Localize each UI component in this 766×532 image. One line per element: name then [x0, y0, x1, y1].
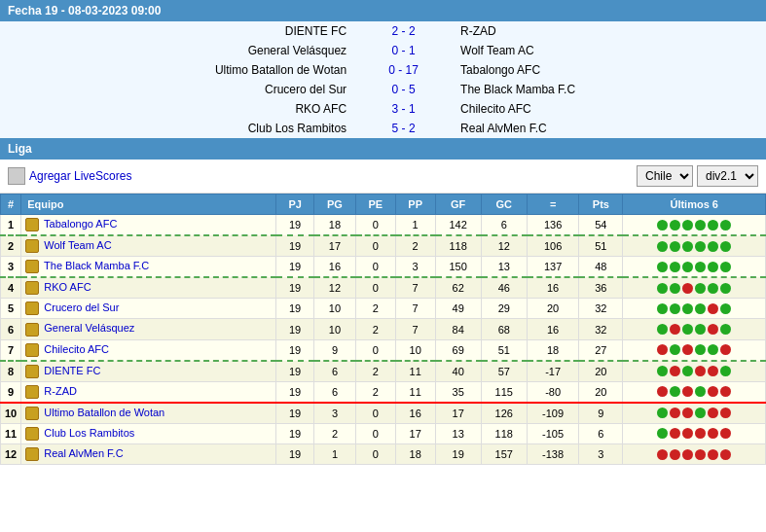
col-pg: PG	[313, 195, 355, 215]
rank-cell: 10	[1, 403, 21, 424]
last6-cell	[623, 381, 766, 403]
result-dot	[695, 324, 706, 335]
result-dot	[657, 303, 668, 314]
result-dot	[695, 241, 706, 252]
pts-cell: 20	[579, 381, 623, 403]
team-cell: Chilecito AFC	[21, 339, 276, 361]
result-dot	[682, 262, 693, 272]
team-icon	[25, 447, 39, 461]
pp-cell: 10	[395, 339, 435, 361]
team-link[interactable]: Wolf Team AC	[44, 239, 111, 251]
result-dot	[682, 303, 693, 314]
result-dot	[657, 386, 668, 397]
result-dot	[670, 366, 680, 376]
gf-cell: 69	[435, 339, 481, 361]
gc-cell: 115	[481, 381, 527, 403]
team-link[interactable]: Club Los Rambitos	[44, 427, 134, 439]
add-livescores-btn[interactable]: Agregar LiveScores	[8, 167, 131, 185]
team-link[interactable]: Ultimo Batallon de Wotan	[44, 407, 164, 418]
diff-cell: 106	[527, 235, 578, 257]
result-dot	[670, 344, 680, 355]
match-score[interactable]: 0 - 17	[352, 60, 455, 80]
pe-cell: 0	[355, 444, 395, 465]
gf-cell: 142	[435, 215, 481, 236]
pts-cell: 20	[579, 361, 623, 382]
selects-group: Chile div2.1	[637, 165, 758, 187]
rank-cell: 11	[1, 423, 21, 443]
match-score[interactable]: 0 - 5	[352, 80, 455, 99]
team-link[interactable]: The Black Mamba F.C	[44, 260, 149, 271]
team-link[interactable]: General Velásquez	[44, 322, 134, 334]
table-row: 1 Tabalongo AFC 19 18 0 1 142 6 136 54	[1, 215, 766, 236]
rank-cell: 4	[1, 277, 21, 299]
pj-cell: 19	[276, 403, 314, 424]
result-dot	[670, 428, 680, 439]
pe-cell: 2	[355, 319, 395, 339]
team-link[interactable]: R-ZAD	[44, 385, 77, 397]
result-dot	[708, 283, 718, 294]
rank-cell: 5	[1, 299, 21, 319]
country-select[interactable]: Chile	[637, 165, 693, 187]
match-score[interactable]: 0 - 1	[352, 41, 455, 60]
pts-cell: 27	[579, 339, 623, 361]
result-dot	[657, 283, 668, 294]
division-select[interactable]: div2.1	[697, 165, 758, 187]
result-dot	[657, 220, 668, 231]
pp-cell: 18	[395, 444, 435, 465]
team-cell: Wolf Team AC	[21, 235, 276, 257]
diff-cell: -17	[527, 361, 578, 382]
match-score[interactable]: 3 - 1	[352, 99, 455, 119]
last6-cell	[623, 403, 766, 424]
pp-cell: 11	[395, 361, 435, 382]
result-dot	[657, 344, 668, 355]
pts-cell: 32	[579, 299, 623, 319]
result-dot	[695, 449, 706, 460]
matches-table: DIENTE FC 2 - 2 R-ZAD General Velásquez …	[0, 21, 766, 138]
col-diff: =	[527, 195, 578, 215]
controls-row: Agregar LiveScores Chile div2.1	[0, 160, 766, 194]
team-icon	[25, 239, 39, 253]
result-dot	[657, 241, 668, 252]
team-link[interactable]: Chilecito AFC	[44, 343, 109, 355]
table-row: 6 General Velásquez 19 10 2 7 84 68 16 3…	[1, 319, 766, 339]
last6-cell	[623, 339, 766, 361]
add-livescores-link[interactable]: Agregar LiveScores	[29, 169, 131, 183]
pj-cell: 19	[276, 319, 314, 339]
result-dot	[695, 366, 706, 376]
team-cell: Real AlvMen F.C	[21, 444, 276, 465]
result-dot	[695, 220, 706, 231]
diff-cell: -109	[527, 403, 578, 424]
pg-cell: 9	[313, 339, 355, 361]
team-link[interactable]: Real AlvMen F.C	[44, 447, 123, 459]
pj-cell: 19	[276, 277, 314, 299]
team-link[interactable]: Crucero del Sur	[44, 301, 119, 313]
pj-cell: 19	[276, 257, 314, 278]
match-away: Chilecito AFC	[455, 99, 766, 119]
team-cell: R-ZAD	[21, 381, 276, 403]
col-gc: GC	[481, 195, 527, 215]
result-dot	[708, 386, 718, 397]
result-dot	[657, 408, 668, 418]
match-score[interactable]: 2 - 2	[352, 21, 455, 41]
pp-cell: 17	[395, 423, 435, 443]
diff-cell: -80	[527, 381, 578, 403]
result-dot	[670, 408, 680, 418]
team-link[interactable]: RKO AFC	[44, 281, 91, 293]
gf-cell: 84	[435, 319, 481, 339]
col-pts: Pts	[579, 195, 623, 215]
pg-cell: 2	[313, 423, 355, 443]
last6-cell	[623, 277, 766, 299]
pj-cell: 19	[276, 361, 314, 382]
team-link[interactable]: DIENTE FC	[44, 365, 100, 376]
result-dot	[695, 303, 706, 314]
result-dot	[682, 220, 693, 231]
table-row: 3 The Black Mamba F.C 19 16 0 3 150 13 1…	[1, 257, 766, 278]
pts-cell: 51	[579, 235, 623, 257]
rank-cell: 9	[1, 381, 21, 403]
match-away: R-ZAD	[455, 21, 766, 41]
team-link[interactable]: Tabalongo AFC	[44, 218, 117, 230]
match-score[interactable]: 5 - 2	[352, 119, 455, 138]
diff-cell: 16	[527, 277, 578, 299]
match-row: General Velásquez 0 - 1 Wolf Team AC	[0, 41, 766, 60]
table-row: 5 Crucero del Sur 19 10 2 7 49 29 20 32	[1, 299, 766, 319]
